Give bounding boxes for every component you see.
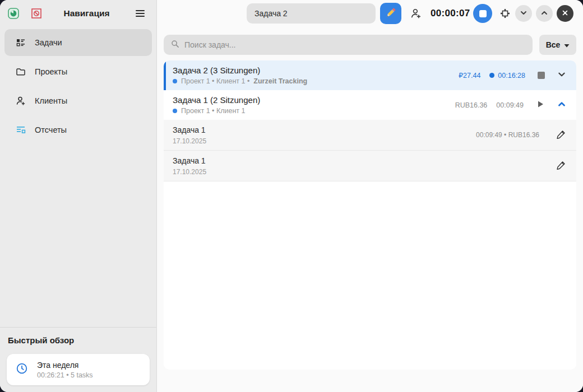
project-dot-icon [173, 79, 177, 83]
quick-overview-section: Быстрый обзор Эта неделя 00:26:21 • 5 ta… [0, 327, 156, 392]
task-subtitle: Проект 1 • Клиент 1 • Zurzeit Tracking [173, 77, 459, 85]
task-time: 00:16:28 [489, 72, 525, 80]
start-task-button[interactable] [536, 100, 545, 111]
sidebar-spacer [0, 146, 156, 327]
sidebar-nav: Задачи Проекты Клиенты Отсчеты [0, 27, 156, 146]
session-date: 17.10.2025 [173, 137, 476, 145]
session-title: Задача 1 [173, 125, 476, 134]
tracking-status-label: Zurzeit Tracking [253, 77, 307, 85]
week-card-subtitle: 00:26:21 • 5 tasks [37, 371, 93, 379]
session-row[interactable]: Задача 1 17.10.2025 [164, 151, 576, 181]
filter-dropdown-label: Все [546, 40, 561, 49]
session-info: Задача 1 17.10.2025 [173, 125, 476, 145]
session-details: 00:09:49 • RUB16.36 [476, 131, 539, 139]
pencil-icon [384, 6, 397, 21]
window-close-button[interactable] [557, 5, 573, 22]
task-info: Задача 1 (2 Sitzungen) Проект 1 • Клиент… [173, 95, 455, 115]
window-minimize-button[interactable] [515, 5, 532, 22]
week-summary-card: Эта неделя 00:26:21 • 5 tasks [7, 354, 150, 385]
search-row: Все [164, 35, 576, 55]
task-row-active[interactable]: Задача 2 (3 Sitzungen) Проект 1 • Клиент… [164, 60, 576, 90]
sidebar-item-label: Задачи [35, 38, 62, 47]
edit-task-button[interactable] [380, 3, 401, 24]
clock-icon [16, 362, 28, 377]
search-field[interactable] [164, 35, 533, 55]
session-date: 17.10.2025 [173, 168, 539, 176]
sidebar: Навигация Задачи Проекты [0, 0, 157, 392]
sidebar-item-label: Клиенты [35, 96, 67, 105]
person-add-icon [16, 96, 26, 106]
caret-down-icon [564, 40, 570, 49]
main-area: 00:00:07 [157, 0, 583, 392]
sidebar-header: Навигация [0, 0, 156, 27]
task-meta: ₽27.44 00:16:28 [459, 70, 566, 81]
task-time-value: 00:09:49 [496, 101, 524, 109]
week-card-title: Эта неделя [37, 361, 93, 370]
stop-timer-button[interactable] [473, 4, 492, 23]
chevron-down-icon [520, 9, 528, 18]
session-info: Задача 1 17.10.2025 [173, 156, 539, 176]
task-amount: ₽27.44 [459, 71, 480, 80]
chevron-down-icon [557, 70, 566, 81]
task-amount: RUB16.36 [455, 101, 488, 109]
sidebar-item-label: Отсчеты [35, 125, 67, 134]
tasks-icon [16, 38, 26, 48]
search-icon [171, 40, 179, 50]
session-title: Задача 1 [173, 156, 539, 165]
edit-pencil-icon [557, 161, 566, 171]
chevron-up-icon [557, 100, 566, 111]
task-title: Задача 2 (3 Sitzungen) [173, 66, 459, 75]
sidebar-item-tasks[interactable]: Задачи [4, 29, 152, 56]
task-row-expanded[interactable]: Задача 1 (2 Sitzungen) Проект 1 • Клиент… [164, 90, 576, 120]
expand-task-button[interactable] [557, 70, 566, 81]
task-subtitle: Проект 1 • Клиент 1 [173, 107, 455, 115]
stop-icon [538, 72, 545, 79]
app-clock-tray-icon[interactable] [8, 8, 19, 19]
timer-display: 00:00:07 [431, 8, 470, 19]
play-icon [536, 100, 545, 111]
stop-task-button[interactable] [538, 72, 545, 79]
collapse-task-button[interactable] [557, 100, 566, 111]
reports-icon [16, 125, 26, 135]
record-off-tray-icon[interactable] [31, 8, 41, 18]
window-maximize-button[interactable] [536, 5, 553, 22]
stop-icon [479, 10, 487, 17]
edit-session-button[interactable] [554, 158, 568, 173]
task-subtitle-text: Проект 1 • Клиент 1 • [181, 77, 249, 85]
hamburger-icon[interactable] [132, 5, 149, 22]
project-dot-icon [173, 109, 177, 113]
task-title: Задача 1 (2 Sitzungen) [173, 95, 455, 105]
tracking-dot-icon [489, 73, 494, 78]
search-input[interactable] [184, 40, 525, 49]
task-meta: RUB16.36 00:09:49 [455, 100, 566, 111]
task-list: Задача 2 (3 Sitzungen) Проект 1 • Клиент… [164, 60, 576, 370]
edit-pencil-icon [557, 130, 566, 141]
quick-overview-title: Быстрый обзор [8, 335, 150, 345]
sidebar-title: Навигация [41, 8, 132, 18]
sidebar-item-reports[interactable]: Отсчеты [4, 116, 152, 143]
task-time-value: 00:16:28 [498, 72, 525, 80]
sidebar-item-clients[interactable]: Клиенты [4, 87, 152, 114]
session-row[interactable]: Задача 1 17.10.2025 00:09:49 • RUB16.36 [164, 120, 576, 151]
compact-mode-icon[interactable] [499, 7, 511, 20]
filter-dropdown[interactable]: Все [539, 35, 576, 55]
topbar: 00:00:07 [157, 0, 583, 27]
sidebar-item-projects[interactable]: Проекты [4, 58, 152, 85]
task-info: Задача 2 (3 Sitzungen) Проект 1 • Клиент… [173, 66, 459, 85]
task-subtitle-text: Проект 1 • Клиент 1 [181, 107, 245, 115]
app-window: Навигация Задачи Проекты [0, 0, 583, 392]
current-task-input[interactable] [247, 3, 376, 24]
folder-icon [16, 67, 26, 77]
close-icon [562, 10, 568, 18]
assign-client-icon[interactable] [410, 8, 422, 19]
edit-session-button[interactable] [554, 128, 568, 142]
sidebar-item-label: Проекты [35, 67, 67, 76]
chevron-up-icon [540, 9, 548, 18]
